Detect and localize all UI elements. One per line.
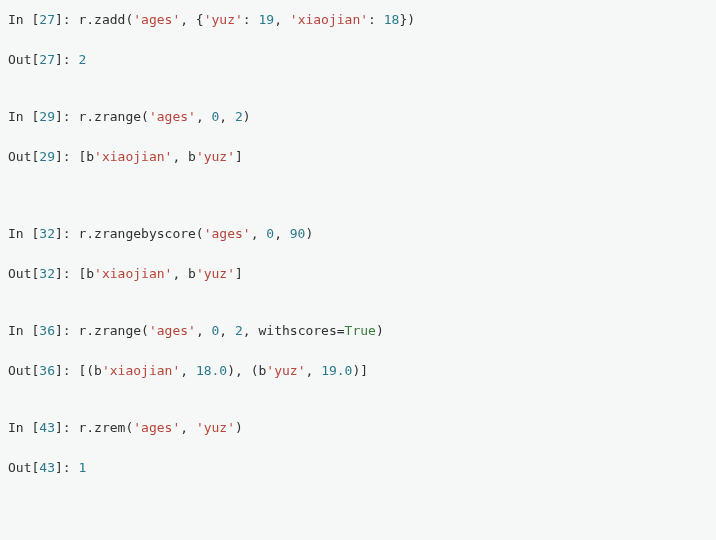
output-line: Out[27]: 2 (8, 50, 708, 70)
output-number: 29 (39, 149, 55, 164)
input-line: In [29]: r.zrange('ages', 0, 2) (8, 107, 708, 127)
input-number: 27 (39, 12, 55, 27)
input-number: 32 (39, 226, 55, 241)
output-line: Out[32]: [b'xiaojian', b'yuz'] (8, 264, 708, 284)
input-line: In [36]: r.zrange('ages', 0, 2, withscor… (8, 321, 708, 341)
output-value: 2 (78, 52, 86, 67)
input-number: 43 (39, 420, 55, 435)
input-line: In [32]: r.zrangebyscore('ages', 0, 90) (8, 224, 708, 244)
output-number: 27 (39, 52, 55, 67)
input-number: 29 (39, 109, 55, 124)
output-line: Out[29]: [b'xiaojian', b'yuz'] (8, 147, 708, 167)
output-number: 36 (39, 363, 55, 378)
output-line: Out[36]: [(b'xiaojian', 18.0), (b'yuz', … (8, 361, 708, 381)
output-number: 32 (39, 266, 55, 281)
output-line: Out[43]: 1 (8, 458, 708, 478)
input-line: In [43]: r.zrem('ages', 'yuz') (8, 418, 708, 438)
input-number: 36 (39, 323, 55, 338)
output-value: 1 (78, 460, 86, 475)
input-line: In [27]: r.zadd('ages', {'yuz': 19, 'xia… (8, 10, 708, 30)
output-number: 43 (39, 460, 55, 475)
